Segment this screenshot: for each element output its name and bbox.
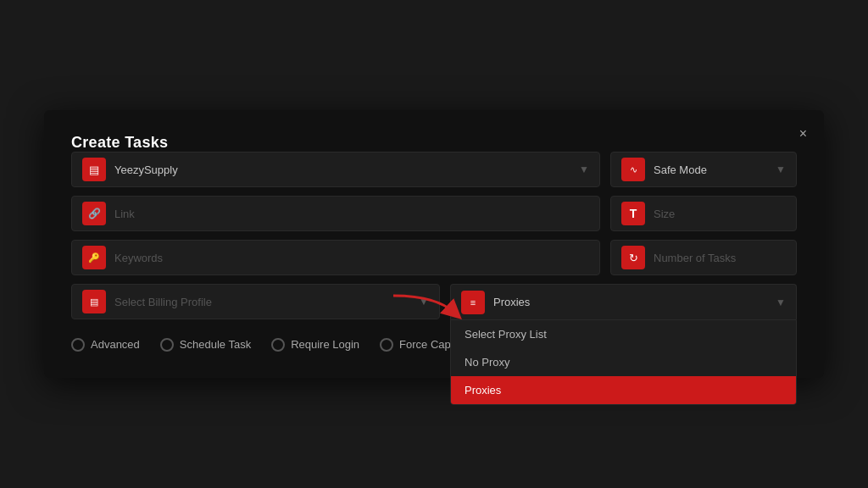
proxy-dropdown-menu: Select Proxy List No Proxy Proxies — [450, 319, 797, 405]
keywords-input[interactable]: 🔑 Keywords — [71, 240, 600, 275]
create-tasks-dialog: Create Tasks × ▤ YeezySupply ▼ ∿ Safe Mo… — [44, 110, 824, 378]
row-4: ▤ Select Billing Profile ▼ ≡ Proxies ▼ S… — [71, 284, 797, 319]
safe-mode-chevron-icon: ▼ — [776, 164, 786, 175]
proxy-chevron-icon: ▼ — [776, 297, 786, 308]
store-select[interactable]: ▤ YeezySupply ▼ — [71, 152, 600, 187]
num-tasks-icon: ↻ — [621, 246, 645, 269]
billing-placeholder: Select Billing Profile — [114, 296, 414, 308]
radio-require-login-label: Require Login — [291, 338, 359, 351]
billing-icon: ▤ — [82, 290, 106, 313]
row-3: 🔑 Keywords ↻ Number of Tasks — [71, 240, 797, 275]
safe-mode-icon: ∿ — [621, 158, 645, 181]
proxy-option-no-proxy[interactable]: No Proxy — [451, 348, 796, 376]
radio-require-login-circle — [271, 338, 285, 352]
proxy-select[interactable]: ≡ Proxies ▼ — [450, 284, 797, 319]
link-icon: 🔗 — [82, 202, 106, 225]
proxy-icon: ≡ — [461, 291, 485, 314]
size-placeholder: Size — [654, 208, 786, 220]
radio-advanced-label: Advanced — [91, 338, 140, 351]
safe-mode-value: Safe Mode — [654, 164, 771, 176]
proxy-option-proxies[interactable]: Proxies — [451, 376, 796, 404]
store-icon: ▤ — [82, 158, 106, 181]
proxy-option-select-list[interactable]: Select Proxy List — [451, 320, 796, 348]
proxy-dropdown-container: ≡ Proxies ▼ Select Proxy List No Proxy P… — [450, 284, 797, 319]
radio-advanced-circle — [71, 338, 85, 352]
radio-schedule-circle — [160, 338, 174, 352]
radio-force-captcha-circle — [380, 338, 393, 352]
radio-advanced[interactable]: Advanced — [71, 338, 140, 352]
size-icon: T — [621, 202, 645, 225]
safe-mode-select[interactable]: ∿ Safe Mode ▼ — [610, 152, 797, 187]
billing-profile-select[interactable]: ▤ Select Billing Profile ▼ — [71, 284, 440, 319]
radio-require-login[interactable]: Require Login — [271, 338, 359, 352]
keywords-icon: 🔑 — [82, 246, 106, 269]
radio-schedule[interactable]: Schedule Task — [160, 338, 251, 352]
store-chevron-icon: ▼ — [579, 164, 589, 175]
store-value: YeezySupply — [114, 164, 574, 176]
link-input[interactable]: 🔗 Link — [71, 196, 600, 231]
row-2: 🔗 Link T Size — [71, 196, 797, 231]
keywords-placeholder: Keywords — [114, 252, 589, 264]
link-placeholder: Link — [114, 208, 589, 220]
row-1: ▤ YeezySupply ▼ ∿ Safe Mode ▼ — [71, 152, 797, 187]
dialog-title: Create Tasks — [71, 134, 168, 151]
size-input[interactable]: T Size — [610, 196, 797, 231]
proxy-value: Proxies — [493, 296, 771, 308]
num-tasks-input[interactable]: ↻ Number of Tasks — [610, 240, 797, 275]
num-tasks-placeholder: Number of Tasks — [654, 252, 786, 264]
close-dialog-button[interactable]: × — [799, 127, 807, 141]
radio-schedule-label: Schedule Task — [180, 338, 251, 351]
billing-chevron-icon: ▼ — [419, 296, 429, 308]
